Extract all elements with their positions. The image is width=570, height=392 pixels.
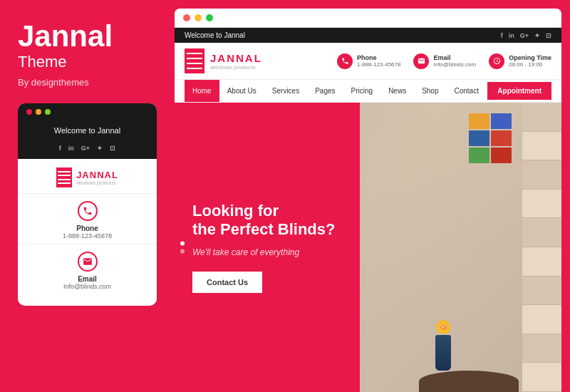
nav-home[interactable]: Home bbox=[185, 80, 219, 102]
vase bbox=[435, 335, 451, 371]
header-opening: Opening Time 09:00 - 19:00 bbox=[489, 53, 551, 69]
header-phone-icon bbox=[341, 57, 349, 65]
site-logo: JANNAL windows products bbox=[185, 48, 262, 73]
browser-dot-red bbox=[183, 14, 190, 21]
blind-strip bbox=[522, 103, 561, 132]
top-social-tw: ✦ bbox=[534, 32, 540, 39]
social-ig: ⊡ bbox=[110, 145, 115, 152]
brand-name: Jannal bbox=[18, 21, 157, 51]
device-title-bar bbox=[18, 103, 157, 120]
browser-title-bar bbox=[175, 9, 561, 28]
hero-heading: Looking for the Perfect Blinds? bbox=[192, 202, 342, 239]
contact-us-button[interactable]: Contact Us bbox=[192, 272, 262, 293]
top-bar-socials: f in G+ ✦ ⊡ bbox=[501, 32, 551, 39]
nav-about[interactable]: About Us bbox=[219, 80, 264, 102]
header-info: Phone 1-888-123-45678 Email Info@blinds.… bbox=[337, 53, 551, 69]
vase-area: 🌼 bbox=[435, 335, 451, 371]
art-block bbox=[491, 113, 512, 129]
header-phone-value: 1-888-123-45678 bbox=[357, 61, 400, 68]
blind-strip bbox=[522, 190, 561, 219]
logo-tagline: windows products bbox=[210, 64, 262, 71]
device-email-label: Email bbox=[78, 275, 97, 283]
browser-dot-green bbox=[206, 14, 213, 21]
top-social-gp: G+ bbox=[520, 32, 529, 39]
nav-pages[interactable]: Pages bbox=[307, 80, 343, 102]
blind-strip bbox=[522, 218, 561, 247]
header-phone-label: Phone bbox=[357, 54, 400, 61]
brand-subtitle: Theme bbox=[18, 53, 157, 71]
nav-pricing[interactable]: Pricing bbox=[343, 80, 381, 102]
header-clock-icon bbox=[493, 57, 501, 65]
phone-icon bbox=[83, 206, 93, 216]
slider-dot-2 bbox=[180, 249, 185, 254]
social-in: in bbox=[68, 145, 74, 152]
blind-strip bbox=[522, 160, 561, 190]
blind-strip bbox=[522, 247, 561, 277]
email-icon-circle bbox=[78, 252, 98, 272]
nav-services[interactable]: Services bbox=[264, 80, 307, 102]
browser-dot-yellow bbox=[195, 14, 202, 21]
device-email-item: Email Info@blinds.com bbox=[18, 244, 157, 294]
device-logo-icon bbox=[56, 167, 72, 187]
nav-news[interactable]: News bbox=[380, 80, 414, 102]
header-opening-value: 09:00 - 19:00 bbox=[509, 61, 551, 68]
art-block bbox=[491, 130, 512, 146]
browser-mockup: Welcome to Jannal f in G+ ✦ ⊡ JANNAL win… bbox=[175, 9, 561, 392]
social-gp: G+ bbox=[81, 145, 90, 152]
left-panel: Jannal Theme By designthemes Welcome to … bbox=[0, 0, 175, 392]
appointment-button[interactable]: Appointment bbox=[487, 82, 551, 100]
logo-name: JANNAL bbox=[210, 52, 262, 64]
slider-dots bbox=[180, 242, 185, 254]
device-logo: JANNAL windows products bbox=[18, 159, 157, 194]
blind-strip bbox=[522, 132, 561, 161]
blind-strip bbox=[522, 305, 561, 334]
mobile-mockup: Welcome to Jannal f in G+ ✦ ⊡ JANNAL win… bbox=[18, 103, 157, 306]
nav-contact[interactable]: Contact bbox=[447, 80, 487, 102]
table bbox=[419, 371, 519, 392]
device-logo-tagline: windows products bbox=[76, 180, 118, 185]
website-content: Welcome to Jannal f in G+ ✦ ⊡ JANNAL win… bbox=[175, 28, 561, 392]
blind-strip bbox=[522, 277, 561, 306]
wall-art bbox=[469, 113, 512, 163]
art-block bbox=[469, 113, 489, 129]
slider-dot-1 bbox=[180, 242, 185, 246]
brand-by: By designthemes bbox=[18, 77, 157, 88]
header-phone-icon-bg bbox=[337, 53, 353, 69]
top-social-ig: ⊡ bbox=[546, 32, 551, 39]
email-icon bbox=[83, 257, 93, 267]
device-email-value: Info@blinds.com bbox=[63, 283, 111, 290]
nav-shop[interactable]: Shop bbox=[414, 80, 446, 102]
art-block bbox=[469, 148, 489, 163]
site-nav: Home About Us Services Pages Pricing New… bbox=[175, 80, 561, 103]
device-welcome-text: Welcome to Jannal bbox=[18, 120, 157, 142]
flower-icon: 🌼 bbox=[435, 319, 451, 335]
device-phone-item: Phone 1-888-123-45678 bbox=[18, 194, 157, 244]
phone-icon-circle bbox=[78, 201, 98, 221]
art-block bbox=[469, 130, 489, 146]
top-social-fb: f bbox=[501, 32, 503, 39]
hero-overlay-card: Looking for the Perfect Blinds? We'll ta… bbox=[175, 103, 360, 392]
device-phone-label: Phone bbox=[76, 225, 98, 232]
blind-strip bbox=[522, 334, 561, 363]
blind-strip bbox=[522, 363, 561, 392]
header-email-label: Email bbox=[433, 54, 476, 61]
logo-icon bbox=[185, 48, 204, 73]
header-clock-icon-bg bbox=[489, 53, 504, 69]
dot-red bbox=[26, 109, 32, 115]
blind-strips bbox=[522, 103, 561, 392]
dot-green bbox=[45, 109, 51, 115]
header-email-value: Info@blinds.com bbox=[433, 61, 476, 68]
header-opening-label: Opening Time bbox=[509, 54, 551, 61]
social-fb: f bbox=[59, 145, 61, 152]
header-phone: Phone 1-888-123-45678 bbox=[337, 53, 400, 69]
device-logo-name: JANNAL bbox=[76, 170, 118, 180]
site-header: JANNAL windows products Phone 1-888-123-… bbox=[175, 43, 561, 80]
social-tw: ✦ bbox=[97, 145, 103, 152]
website-top-bar: Welcome to Jannal f in G+ ✦ ⊡ bbox=[175, 28, 561, 43]
top-social-in: in bbox=[509, 32, 514, 39]
dot-yellow bbox=[36, 109, 41, 115]
device-socials: f in G+ ✦ ⊡ bbox=[18, 142, 157, 159]
header-email-icon-bg bbox=[413, 53, 429, 69]
top-bar-welcome: Welcome to Jannal bbox=[185, 31, 245, 39]
art-block bbox=[491, 148, 512, 163]
